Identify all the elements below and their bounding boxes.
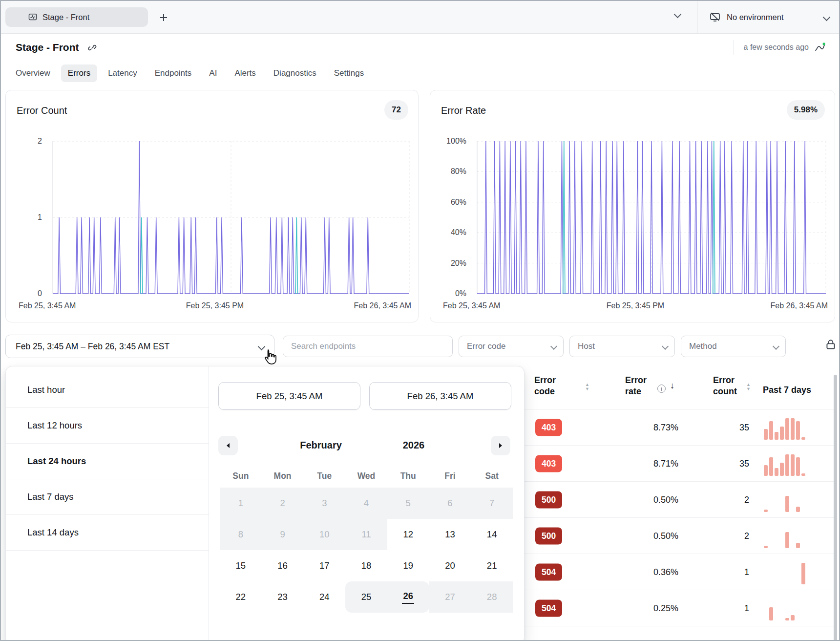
error-table-row[interactable]: 5040.36%1 xyxy=(525,554,835,590)
error-table-row[interactable]: 5040.25%1 xyxy=(525,590,835,626)
tab-diagnostics[interactable]: Diagnostics xyxy=(267,64,323,82)
info-icon[interactable]: i xyxy=(657,385,666,393)
y-tick-label: 2 xyxy=(38,137,42,146)
spark-bar xyxy=(769,421,773,440)
calendar-day-23[interactable]: 23 xyxy=(262,581,304,613)
lock-filters-icon[interactable] xyxy=(824,338,837,351)
y-tick-label: 60% xyxy=(451,198,466,207)
calendar-day-10: 10 xyxy=(303,519,345,550)
tab-errors[interactable]: Errors xyxy=(61,64,97,82)
col-error-count[interactable]: Error count xyxy=(713,375,744,397)
start-date-input[interactable]: Feb 25, 3:45 AM xyxy=(218,382,360,410)
end-date-input[interactable]: Feb 26, 3:45 AM xyxy=(369,382,511,410)
y-tick-label: 100% xyxy=(446,137,466,146)
calendar-day-22[interactable]: 22 xyxy=(220,581,262,613)
calendar-day-number: 27 xyxy=(445,592,455,602)
sort-desc-icon[interactable]: ↓ xyxy=(670,381,674,391)
environment-selector[interactable]: No environment xyxy=(697,1,839,33)
calendar-day-number: 28 xyxy=(487,592,497,602)
error-table-row[interactable]: 5000.50%2 xyxy=(525,482,835,518)
calendar-day-20[interactable]: 20 xyxy=(429,550,471,581)
calendar-day-26[interactable]: 26 xyxy=(387,581,429,613)
calendar-day-number: 9 xyxy=(280,529,285,540)
calendar-day-19[interactable]: 19 xyxy=(387,550,429,581)
calendar-day-number: 25 xyxy=(361,592,372,602)
chart-summary-badge: 5.98% xyxy=(787,100,825,120)
past-7-days-sparkline xyxy=(764,416,815,440)
host-select[interactable]: Host xyxy=(569,336,675,357)
calendar-day-25[interactable]: 25 xyxy=(345,581,387,613)
calendar-day-17[interactable]: 17 xyxy=(303,550,345,581)
past-7-days-sparkline xyxy=(764,597,815,620)
calendar-day-number: 24 xyxy=(319,592,330,602)
tab-latency[interactable]: Latency xyxy=(101,64,144,82)
nav-tabs: OverviewErrorsLatencyEndpointsAIAlertsDi… xyxy=(9,64,371,82)
date-range-popover: Last hourLast 12 hoursLast 24 hoursLast … xyxy=(5,366,525,641)
tabs-overflow-chevron-icon[interactable] xyxy=(674,11,682,19)
calendar-day-9: 9 xyxy=(262,519,304,550)
col-error-rate[interactable]: Error rate xyxy=(625,375,655,397)
chevron-down-icon xyxy=(773,343,779,350)
sort-icon[interactable]: ▲▼ xyxy=(585,383,589,391)
error-rate-value: 0.50% xyxy=(603,494,678,505)
calendar-day-16[interactable]: 16 xyxy=(262,550,304,581)
service-tab[interactable]: Stage - Front xyxy=(5,7,148,27)
calendar-day-number: 14 xyxy=(487,529,497,540)
calendar-day-13[interactable]: 13 xyxy=(429,519,471,550)
calendar-day-1: 1 xyxy=(220,488,262,519)
calendar-day-15[interactable]: 15 xyxy=(220,550,262,581)
error-table-row[interactable]: 4038.73%35 xyxy=(525,409,835,446)
col-error-code[interactable]: Error code xyxy=(534,375,571,397)
error-count-value: 35 xyxy=(688,458,749,469)
calendar-day-28: 28 xyxy=(471,581,513,613)
preset-last-12-hours[interactable]: Last 12 hours xyxy=(6,408,209,444)
copy-link-icon[interactable] xyxy=(88,43,98,52)
search-endpoints-input[interactable] xyxy=(283,336,453,357)
calendar-day-18[interactable]: 18 xyxy=(345,550,387,581)
error-code-select[interactable]: Error code xyxy=(459,336,564,357)
calendar-day-21[interactable]: 21 xyxy=(471,550,513,581)
calendar-next-button[interactable] xyxy=(491,436,510,455)
error-code-badge: 500 xyxy=(535,527,562,544)
calendar-prev-button[interactable] xyxy=(218,436,238,455)
error-table-row[interactable]: 5000.50%2 xyxy=(525,518,835,554)
preset-last-hour[interactable]: Last hour xyxy=(6,372,209,408)
calendar-day-12[interactable]: 12 xyxy=(387,519,429,550)
calendar-month-label: February xyxy=(289,440,353,451)
calendar-day-number: 15 xyxy=(236,560,246,571)
tab-endpoints[interactable]: Endpoints xyxy=(148,64,199,82)
calendar-day-14[interactable]: 14 xyxy=(471,519,513,550)
spark-bar xyxy=(775,432,778,440)
date-range-select[interactable]: Feb 25, 3:45 AM – Feb 26, 3:45 AM EST xyxy=(5,335,274,358)
errors-table: Error code ▲▼ Error rate i ↓ Error count… xyxy=(525,366,835,626)
chart-plot[interactable] xyxy=(53,141,409,294)
preset-last-14-days[interactable]: Last 14 days xyxy=(6,515,209,551)
chart-plot[interactable] xyxy=(477,141,826,294)
error-table-row[interactable]: 4038.71%35 xyxy=(525,446,835,482)
weekday-label: Thu xyxy=(387,471,429,481)
method-select[interactable]: Method xyxy=(681,336,786,357)
scrollbar-thumb[interactable] xyxy=(834,375,837,641)
calendar-day-number: 1 xyxy=(238,498,243,509)
calendar-day-number: 2 xyxy=(280,498,285,509)
tab-settings[interactable]: Settings xyxy=(327,64,371,82)
error-code-badge: 403 xyxy=(535,419,562,436)
preset-last-7-days[interactable]: Last 7 days xyxy=(6,479,209,515)
tab-alerts[interactable]: Alerts xyxy=(228,64,262,82)
tab-ai[interactable]: AI xyxy=(202,64,224,82)
x-tick-label: Feb 25, 3:45 AM xyxy=(19,301,76,310)
calendar-day-6: 6 xyxy=(429,488,471,519)
add-tab-button[interactable] xyxy=(156,10,171,25)
preset-last-24-hours[interactable]: Last 24 hours xyxy=(6,444,209,479)
live-refresh-icon[interactable] xyxy=(814,41,826,54)
x-tick-label: Feb 26, 3:45 AM xyxy=(354,301,411,310)
chart-title: Error Count xyxy=(17,105,67,116)
sort-icon[interactable]: ▲▼ xyxy=(746,383,751,391)
weekday-label: Mon xyxy=(262,471,304,481)
last-updated: a few seconds ago xyxy=(734,40,826,55)
x-tick-label: Feb 25, 3:45 AM xyxy=(443,301,500,310)
calendar-day-24[interactable]: 24 xyxy=(303,581,345,613)
topbar: Stage - Front No environment xyxy=(1,1,839,34)
tab-overview[interactable]: Overview xyxy=(9,64,57,82)
error-count-value: 1 xyxy=(688,567,749,577)
